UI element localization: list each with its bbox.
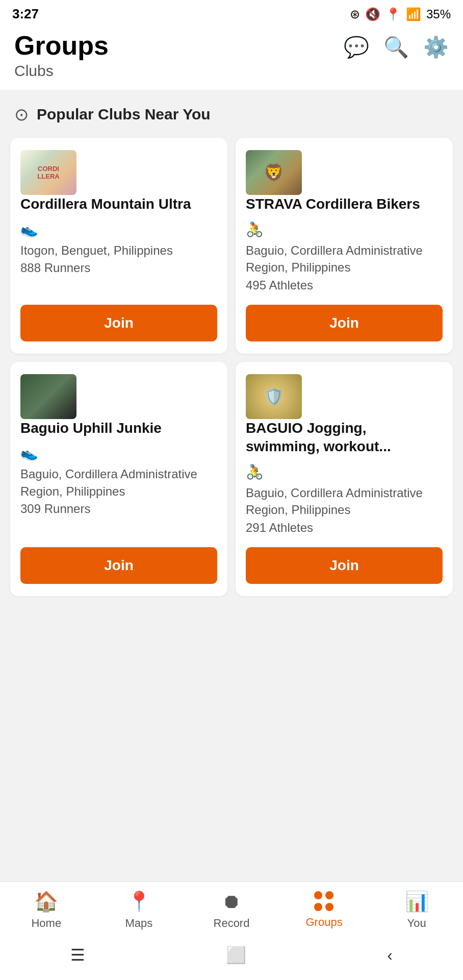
nav-item-record[interactable]: ⏺ Record <box>185 891 278 930</box>
club-location: Baguio, Cordillera Administrative Region… <box>246 242 443 276</box>
groups-dot-4 <box>325 903 333 911</box>
status-bar: 3:27 ⊛ 🔇 📍 📶 35% <box>0 0 463 26</box>
nav-label-maps: Maps <box>125 917 152 930</box>
club-image-baguio-city: 🛡️ <box>246 374 302 419</box>
record-icon: ⏺ <box>222 891 241 913</box>
page-title: Groups <box>14 31 109 60</box>
club-name: Baguio Uphill Junkie <box>20 419 217 437</box>
page-subtitle: Clubs <box>14 62 109 80</box>
mute-icon: 🔇 <box>365 7 380 21</box>
join-button-baguio-uphill[interactable]: Join <box>20 547 217 584</box>
nav-label-groups: Groups <box>306 916 343 929</box>
you-icon: 📊 <box>405 890 429 913</box>
club-card-strava-bikers: 🦁 STRAVA Cordillera Bikers 🚴 Baguio, Cor… <box>236 138 453 354</box>
club-location: Baguio, Cordillera Administrative Region… <box>246 484 443 519</box>
status-time: 3:27 <box>12 6 39 22</box>
nav-item-you[interactable]: 📊 You <box>370 890 463 930</box>
club-name: Cordillera Mountain Ultra <box>20 195 217 213</box>
nav-label-you: You <box>407 917 426 930</box>
location-target-icon: ⊙ <box>14 104 29 125</box>
club-type-icon: 👟 <box>20 445 217 461</box>
android-back-btn[interactable]: ‹ <box>387 946 393 965</box>
home-icon: 🏠 <box>34 890 58 913</box>
android-home-btn[interactable]: ⬜ <box>226 945 246 965</box>
join-button-baguio-jogging[interactable]: Join <box>246 547 443 584</box>
club-location: Itogon, Benguet, Philippines <box>20 242 217 259</box>
chat-icon[interactable]: 💬 <box>344 35 369 59</box>
nav-label-home: Home <box>31 917 61 930</box>
club-members: 888 Runners <box>20 261 217 275</box>
wifi-icon: 📶 <box>406 7 421 21</box>
club-card-cordillera-mountain-ultra: CORDILLERA Cordillera Mountain Ultra 👟 I… <box>10 138 227 354</box>
club-type-icon: 🚴 <box>246 221 443 238</box>
groups-dot-3 <box>314 903 322 911</box>
bluetooth-icon: ⊛ <box>350 7 360 21</box>
section-title: Popular Clubs Near You <box>37 106 211 123</box>
club-type-icon: 🚴 <box>246 463 443 480</box>
club-members: 291 Athletes <box>246 521 443 535</box>
join-button-cordillera[interactable]: Join <box>20 305 217 341</box>
club-location: Baguio, Cordillera Administrative Region… <box>20 465 217 500</box>
club-image-strava: 🦁 <box>246 150 302 195</box>
nav-items: 🏠 Home 📍 Maps ⏺ Record Groups 📊 You <box>0 882 463 935</box>
status-right: ⊛ 🔇 📍 📶 35% <box>350 7 451 21</box>
section-header: ⊙ Popular Clubs Near You <box>0 90 463 134</box>
club-members: 495 Athletes <box>246 278 443 292</box>
groups-dot-1 <box>314 891 322 899</box>
club-card-baguio-jogging: 🛡️ BAGUIO Jogging, swimming, workout... … <box>236 362 453 596</box>
bottom-navigation: 🏠 Home 📍 Maps ⏺ Record Groups 📊 You <box>0 881 463 980</box>
android-nav-bar: ☰ ⬜ ‹ <box>0 935 463 980</box>
android-menu-btn[interactable]: ☰ <box>70 945 85 965</box>
club-members: 309 Runners <box>20 502 217 516</box>
club-type-icon: 👟 <box>20 221 217 238</box>
nav-item-home[interactable]: 🏠 Home <box>0 890 93 930</box>
settings-icon[interactable]: ⚙️ <box>423 35 449 59</box>
header-title-block: Groups Clubs <box>14 31 109 80</box>
nav-item-maps[interactable]: 📍 Maps <box>93 890 186 930</box>
maps-icon: 📍 <box>127 890 151 913</box>
groups-icon <box>314 891 335 912</box>
club-image-baguio-uphill <box>20 374 76 419</box>
nav-item-groups[interactable]: Groups <box>278 891 371 929</box>
location-icon: 📍 <box>385 7 401 21</box>
clubs-grid: CORDILLERA Cordillera Mountain Ultra 👟 I… <box>0 134 463 606</box>
club-image-cordillera: CORDILLERA <box>20 150 76 195</box>
join-button-strava[interactable]: Join <box>246 305 443 341</box>
nav-label-record: Record <box>214 917 250 930</box>
club-name: BAGUIO Jogging, swimming, workout... <box>246 419 443 456</box>
header: Groups Clubs 💬 🔍 ⚙️ <box>0 26 463 90</box>
header-icons: 💬 🔍 ⚙️ <box>344 35 449 59</box>
search-icon[interactable]: 🔍 <box>383 35 409 59</box>
club-card-baguio-uphill: Baguio Uphill Junkie 👟 Baguio, Cordiller… <box>10 362 227 596</box>
groups-dot-2 <box>325 891 333 899</box>
battery-text: 35% <box>426 7 451 21</box>
club-name: STRAVA Cordillera Bikers <box>246 195 443 213</box>
